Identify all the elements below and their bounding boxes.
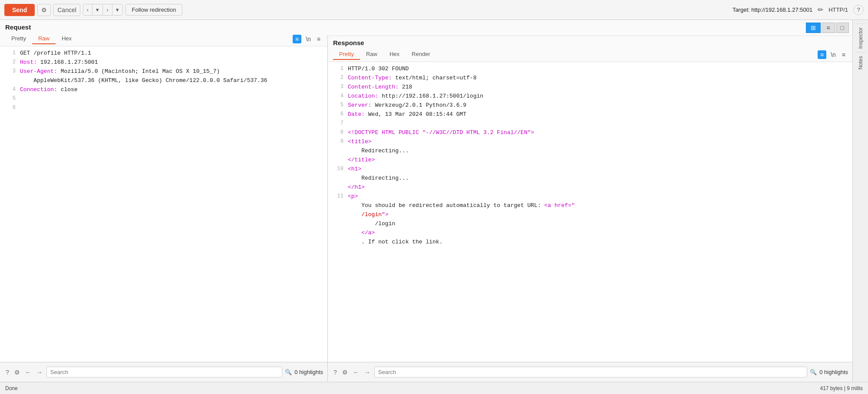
response-line-10c: </h1>	[328, 183, 852, 192]
response-help-btn[interactable]: ?	[332, 368, 338, 377]
response-settings-btn[interactable]: ⚙	[341, 368, 349, 377]
response-search-icon: 🔍	[810, 369, 817, 375]
response-panel-title: Response	[333, 39, 847, 46]
response-tabs-row: Pretty Raw Hex Render ≡ \n ≡	[333, 49, 847, 60]
response-view-toggle-area: ⊞ ≡ □	[326, 20, 851, 36]
request-settings-btn[interactable]: ⚙	[13, 368, 21, 377]
nav-next-dropdown[interactable]: ▾	[112, 4, 122, 15]
response-line-3: 3 Content-Length: 218	[328, 83, 852, 92]
right-sidebar: Inspector Notes	[852, 20, 868, 382]
tab-response-raw[interactable]: Raw	[360, 49, 383, 60]
request-line-2: 2 Host: 192.168.1.27:5001	[0, 58, 327, 67]
response-line-11d: /login	[328, 220, 852, 229]
request-help-btn[interactable]: ?	[4, 368, 10, 377]
tab-response-pretty[interactable]: Pretty	[333, 49, 360, 60]
response-line-7: 7	[328, 119, 852, 128]
status-left: Done	[5, 385, 18, 391]
request-format-btn[interactable]: ≡	[293, 35, 301, 43]
response-line-1: 1 HTTP/1.0 302 FOUND	[328, 65, 852, 74]
response-line-6: 6 Date: Wed, 13 Mar 2024 08:15:44 GMT	[328, 110, 852, 119]
request-line-3: 3 User-Agent: Mozilla/5.0 (Macintosh; In…	[0, 67, 327, 85]
response-search-bar: ? ⚙ ← → 🔍 0 highlights	[328, 362, 852, 382]
send-button[interactable]: Send	[4, 4, 35, 16]
response-line-9c: </title>	[328, 156, 852, 165]
response-line-9b: Redirecting...	[328, 147, 852, 156]
nav-prev-button[interactable]: ‹	[83, 4, 92, 15]
tab-response-hex[interactable]: Hex	[383, 49, 406, 60]
request-search-input[interactable]	[46, 367, 282, 378]
request-line-5: 5	[0, 95, 327, 104]
response-newline-btn[interactable]: \n	[829, 50, 838, 59]
tab-request-raw[interactable]: Raw	[32, 33, 56, 44]
request-prev-match-btn[interactable]: ←	[24, 368, 33, 377]
status-bar: Done 417 bytes | 9 millis	[0, 382, 868, 394]
edit-target-button[interactable]: ✏	[818, 6, 823, 14]
request-panel: Request Pretty Raw Hex ≡ \n ≡ 1 GET /pro…	[0, 20, 328, 382]
request-tab-controls: ≡ \n ≡	[293, 35, 322, 43]
toolbar-right: Target: http://192.168.1.27:5001 ✏ HTTP/…	[733, 5, 864, 15]
response-line-2: 2 Content-Type: text/html; charset=utf-8	[328, 74, 852, 83]
nav-prev-dropdown[interactable]: ▾	[92, 4, 103, 15]
response-line-11e: </a>	[328, 229, 852, 238]
view-split-button[interactable]: ⊞	[806, 23, 821, 33]
nav-group: ‹ ▾ › ▾	[83, 4, 123, 16]
request-code-area[interactable]: 1 GET /profile HTTP/1.1 2 Host: 192.168.…	[0, 46, 327, 362]
request-line-1: 1 GET /profile HTTP/1.1	[0, 49, 327, 58]
request-line-4: 4 Connection: close	[0, 85, 327, 95]
request-search-icon: 🔍	[285, 369, 292, 375]
settings-button[interactable]: ⚙	[37, 4, 51, 16]
nav-next-button[interactable]: ›	[103, 4, 112, 15]
response-line-11a: 11 <p>	[328, 192, 852, 201]
request-newline-btn[interactable]: \n	[304, 35, 313, 43]
response-line-5: 5 Server: Werkzeug/2.0.1 Python/3.6.9	[328, 101, 852, 110]
response-line-10a: 10 <h1>	[328, 165, 852, 174]
request-next-match-btn[interactable]: →	[35, 368, 44, 377]
request-search-bar: ? ⚙ ← → 🔍 0 highlights	[0, 362, 327, 382]
request-tabs-row: Pretty Raw Hex ≡ \n ≡	[5, 33, 322, 44]
request-panel-title: Request	[5, 23, 322, 31]
help-button[interactable]: ?	[853, 5, 864, 15]
response-highlights-count: 0 highlights	[819, 369, 848, 375]
view-vertical-button[interactable]: ≡	[822, 23, 835, 33]
response-line-8: 8 <!DOCTYPE HTML PUBLIC "-//W3C//DTD HTM…	[328, 128, 852, 138]
notes-label[interactable]: Notes	[855, 52, 866, 73]
follow-redirection-button[interactable]: Follow redirection	[125, 4, 183, 16]
main-toolbar: Send ⚙ Cancel ‹ ▾ › ▾ Follow redirection…	[0, 0, 868, 20]
request-panel-header: Request Pretty Raw Hex ≡ \n ≡	[0, 20, 327, 46]
response-panel: Response Pretty Raw Hex Render ≡ \n ≡ 1 …	[328, 20, 852, 382]
status-right: 417 bytes | 9 millis	[820, 385, 863, 391]
cancel-button[interactable]: Cancel	[53, 4, 80, 16]
request-more-btn[interactable]: ≡	[315, 35, 322, 43]
response-format-btn[interactable]: ≡	[818, 50, 826, 59]
tab-request-pretty[interactable]: Pretty	[5, 33, 32, 44]
response-search-input[interactable]	[374, 367, 807, 378]
request-line-6: 6	[0, 104, 327, 113]
view-single-button[interactable]: □	[836, 23, 849, 33]
response-line-11c: /login">	[328, 210, 852, 220]
response-line-11f: . If not click the link.	[328, 238, 852, 247]
response-tab-controls: ≡ \n ≡	[818, 50, 847, 59]
response-prev-match-btn[interactable]: ←	[352, 368, 360, 377]
tab-request-hex[interactable]: Hex	[56, 33, 78, 44]
response-more-btn[interactable]: ≡	[840, 50, 847, 59]
request-highlights-count: 0 highlights	[294, 369, 323, 375]
response-next-match-btn[interactable]: →	[363, 368, 372, 377]
response-line-4: 4 Location: http://192.168.1.27:5001/log…	[328, 92, 852, 101]
response-code-area[interactable]: 1 HTTP/1.0 302 FOUND 2 Content-Type: tex…	[328, 62, 852, 362]
response-line-11b: You should be redirected automatically t…	[328, 201, 852, 210]
target-url: Target: http://192.168.1.27:5001	[733, 7, 812, 13]
http-version-label: HTTP/1	[828, 7, 848, 13]
response-line-10b: Redirecting...	[328, 174, 852, 183]
panels-container: ⊞ ≡ □ Request Pretty Raw Hex ≡ \n ≡ 1 GE…	[0, 20, 868, 382]
tab-response-render[interactable]: Render	[406, 49, 436, 60]
inspector-label[interactable]: Inspector	[855, 23, 866, 52]
response-line-9a: 9 <title>	[328, 138, 852, 147]
